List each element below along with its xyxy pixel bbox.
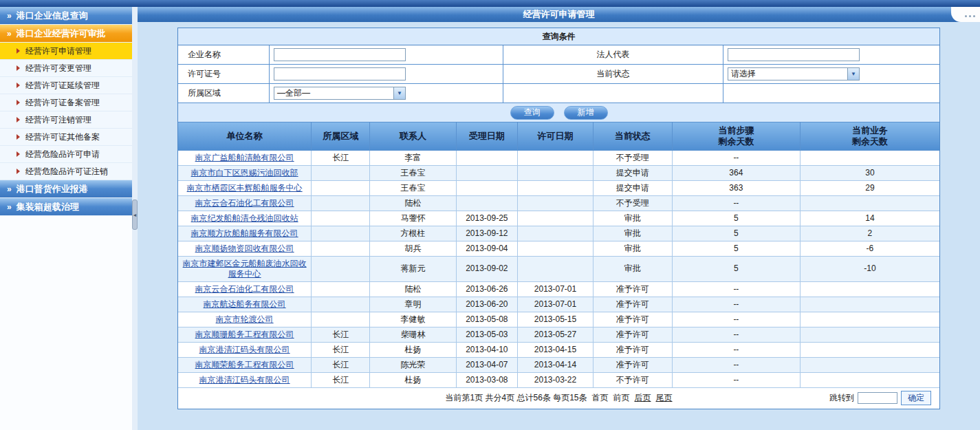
arrow-bullet-icon <box>17 83 20 88</box>
first-page-link[interactable]: 首页 <box>592 392 609 404</box>
cell-step-days: -- <box>672 297 800 312</box>
cell-license-date: 2013-05-27 <box>518 327 594 342</box>
sidebar-item-license-renewal-mgmt[interactable]: 经营许可证延续管理 <box>0 77 132 94</box>
cell-accept-date: 2013-04-10 <box>456 342 518 357</box>
cell-step-days: -- <box>672 342 800 357</box>
sidebar-collapse-handle[interactable]: ◄ <box>132 200 138 230</box>
cell-license-date <box>518 195 594 211</box>
cell-region: 长江 <box>312 342 370 357</box>
cell-step-days: -- <box>672 312 800 327</box>
main-area: 经营许可申请管理 查询条件 企业名称 法人代表 许可证号 当前状 <box>138 7 980 430</box>
cell-region <box>312 165 370 180</box>
sidebar-item-label: 经营许可注销管理 <box>25 114 91 126</box>
cell-accept-date <box>456 195 518 211</box>
prev-page-link[interactable]: 前页 <box>613 392 630 404</box>
region-label: 所属区域 <box>178 84 270 103</box>
sidebar-item-license-other-filing[interactable]: 经营许可证其他备案 <box>0 129 132 146</box>
sidebar-item-label: 经营许可证其他备案 <box>25 131 100 143</box>
company-link[interactable]: 南京港清江码头有限公司 <box>199 375 290 385</box>
sidebar-item-license-application-mgmt[interactable]: 经营许可申请管理 <box>0 43 132 60</box>
cell-step-days: 363 <box>672 180 800 195</box>
arrow-bullet-icon <box>17 48 20 54</box>
sidebar-item-dangerous-goods-license-cancel[interactable]: 经营危险品许可证注销 <box>0 163 132 180</box>
sidebar-group-license-approval[interactable]: » 港口企业经营许可审批 <box>0 25 132 43</box>
cell-region <box>312 256 370 281</box>
cell-region: 长江 <box>312 150 370 165</box>
cell-step-days: 364 <box>672 165 800 180</box>
arrow-bullet-icon <box>17 65 20 71</box>
sidebar-item-dangerous-goods-license-application[interactable]: 经营危险品许可申请 <box>0 146 132 163</box>
cell-status: 不予受理 <box>593 195 672 211</box>
chevron-down-icon: ▼ <box>393 87 405 99</box>
company-link[interactable]: 南京顺荣船务工程有限公司 <box>195 360 294 369</box>
cell-biz-days <box>800 195 939 211</box>
jump-confirm-button[interactable]: 确定 <box>901 391 931 405</box>
add-button[interactable]: 新增 <box>564 106 608 120</box>
sidebar-group-cargo-operation-report[interactable]: » 港口普货作业报港 <box>0 180 132 198</box>
cell-region <box>312 297 370 312</box>
cell-contact: 蒋新元 <box>370 256 456 281</box>
cell-status: 审批 <box>593 211 672 226</box>
pagination-bar: 当前第1页 共分4页 总计56条 每页15条 首页 前页 后页 尾页 跳转到 确… <box>178 388 939 409</box>
cell-biz-days <box>800 312 939 327</box>
company-link[interactable]: 南京纪发船舶清仓残油回收站 <box>191 213 298 223</box>
search-button[interactable]: 查询 <box>510 106 554 120</box>
company-link[interactable]: 南京市轮渡公司 <box>216 314 274 324</box>
double-arrow-icon: » <box>7 184 12 194</box>
table-row: 南京顺方欣船舶服务有限公司 方根柱 2013-09-12 审批 5 2 <box>178 226 939 241</box>
results-table: 单位名称 所属区域 联系人 受理日期 许可日期 当前状态 当前步骤剩余天数 当前… <box>178 122 939 388</box>
company-link[interactable]: 南京市白下区恩赐污油回收部 <box>191 168 298 178</box>
license-number-input[interactable] <box>274 67 406 80</box>
company-link[interactable]: 南京云合石油化工有限公司 <box>195 198 294 208</box>
sidebar-group-label: 港口企业经营许可审批 <box>17 28 106 40</box>
company-link[interactable]: 南京市栖霞区丰辉船舶服务中心 <box>187 183 303 193</box>
col-header-step-days: 当前步骤剩余天数 <box>672 122 800 150</box>
region-select[interactable]: —全部— ▼ <box>274 87 406 100</box>
sidebar-item-license-cancel-mgmt[interactable]: 经营许可注销管理 <box>0 111 132 129</box>
sidebar-group-label: 港口企业信息查询 <box>17 10 88 22</box>
cell-contact: 胡兵 <box>370 241 456 256</box>
sidebar-item-license-filing-mgmt[interactable]: 经营许可证备案管理 <box>0 94 132 111</box>
company-link[interactable]: 南京云合石油化工有限公司 <box>195 284 294 294</box>
cell-contact: 陈光荣 <box>370 357 456 372</box>
sidebar-splitter[interactable]: ◄ <box>132 7 138 430</box>
empty-cell <box>503 84 723 103</box>
cell-license-date: 2013-07-01 <box>518 297 594 312</box>
cell-status: 审批 <box>593 241 672 256</box>
query-conditions-title: 查询条件 <box>178 28 939 45</box>
company-link[interactable]: 南京顺珊船务工程有限公司 <box>195 330 294 339</box>
cell-step-days: 5 <box>672 256 800 281</box>
cell-contact: 李健敏 <box>370 312 456 327</box>
company-link[interactable]: 南京顺方欣船舶服务有限公司 <box>191 228 298 238</box>
query-form: 企业名称 法人代表 许可证号 当前状态 请选择 ▼ <box>178 45 939 103</box>
cell-contact: 马蓥怀 <box>370 211 456 226</box>
cell-status: 准予许可 <box>593 297 672 312</box>
jump-page-input[interactable] <box>858 392 897 404</box>
current-status-select[interactable]: 请选择 ▼ <box>728 67 860 80</box>
sidebar-group-port-enterprise-info-query[interactable]: » 港口企业信息查询 <box>0 7 132 25</box>
legal-representative-input[interactable] <box>728 48 860 61</box>
sidebar-group-container-overload[interactable]: » 集装箱超载治理 <box>0 198 132 216</box>
last-page-link[interactable]: 尾页 <box>656 392 673 404</box>
company-link[interactable]: 南京顺扬物资回收有限公司 <box>195 244 294 253</box>
cell-contact: 陆松 <box>370 195 456 211</box>
cell-accept-date: 2013-09-02 <box>456 256 518 281</box>
company-link[interactable]: 南京航达船务有限公司 <box>204 299 286 309</box>
cell-step-days: -- <box>672 357 800 372</box>
company-link[interactable]: 南京市建邺区金元船舶废油水回收服务中心 <box>183 259 307 279</box>
chevron-down-icon: ▼ <box>847 68 859 80</box>
cell-status: 审批 <box>593 256 672 281</box>
sidebar-item-license-change-mgmt[interactable]: 经营许可变更管理 <box>0 60 132 77</box>
company-name-input[interactable] <box>274 48 406 61</box>
cell-biz-days: -10 <box>800 256 939 281</box>
company-link[interactable]: 南京港清江码头有限公司 <box>199 345 290 354</box>
arrow-bullet-icon <box>17 117 20 122</box>
next-page-link[interactable]: 后页 <box>635 392 651 404</box>
header-line: 剩余天数 <box>852 136 888 147</box>
empty-cell <box>723 84 939 103</box>
table-row: 南京市栖霞区丰辉船舶服务中心 王春宝 提交申请 363 29 <box>178 180 939 195</box>
company-link[interactable]: 南京广益船舶清舱有限公司 <box>195 153 294 162</box>
table-row: 南京港清江码头有限公司 长江 杜扬 2013-04-10 2013-04-15 … <box>178 342 939 357</box>
cell-license-date: 2013-03-22 <box>518 372 594 387</box>
current-status-label: 当前状态 <box>503 65 723 84</box>
